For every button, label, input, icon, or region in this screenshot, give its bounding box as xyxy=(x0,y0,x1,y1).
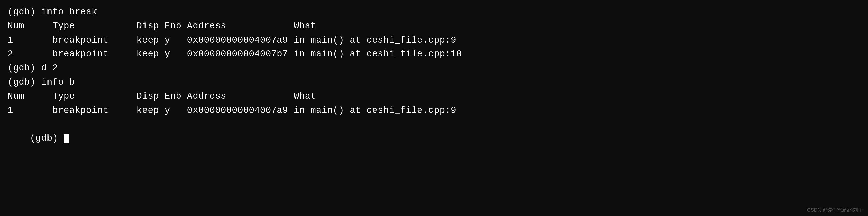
cursor xyxy=(64,134,69,143)
line-9[interactable]: (gdb) xyxy=(7,117,861,159)
prompt-text: (gdb) xyxy=(30,133,64,143)
line-2: Num Type Disp Enb Address What xyxy=(7,19,861,33)
line-5: (gdb) d 2 xyxy=(7,61,861,75)
line-3: 1 breakpoint keep y 0x00000000004007a9 i… xyxy=(7,33,861,47)
line-4: 2 breakpoint keep y 0x00000000004007b7 i… xyxy=(7,47,861,61)
line-8: 1 breakpoint keep y 0x00000000004007a9 i… xyxy=(7,104,861,117)
terminal-output: (gdb) info break Num Type Disp Enb Addre… xyxy=(7,5,861,160)
watermark: CSDN @爱写代码的刘子 xyxy=(807,207,863,214)
line-1: (gdb) info break xyxy=(7,5,861,19)
line-6: (gdb) info b xyxy=(7,75,861,89)
line-7: Num Type Disp Enb Address What xyxy=(7,89,861,104)
